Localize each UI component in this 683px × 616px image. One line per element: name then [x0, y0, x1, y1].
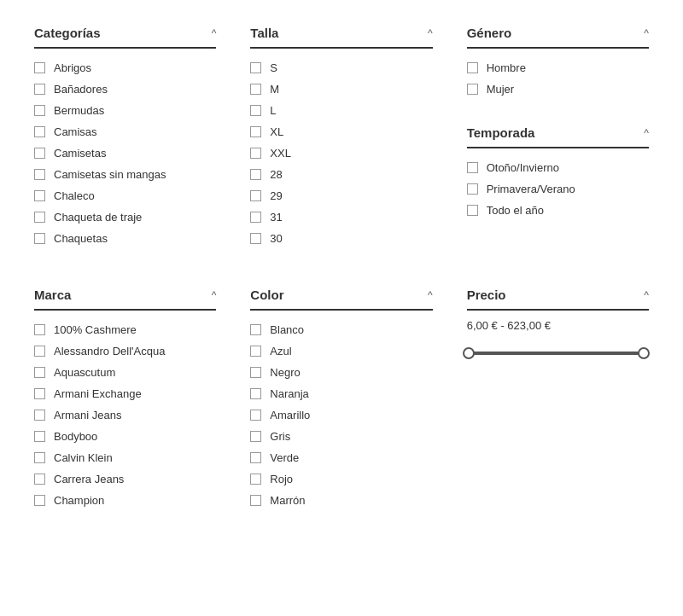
- checkbox-icon[interactable]: [34, 367, 45, 378]
- list-item[interactable]: Camisetas sin mangas: [34, 164, 216, 185]
- list-item[interactable]: Mujer: [467, 78, 649, 100]
- list-item[interactable]: Chaleco: [34, 185, 216, 206]
- checkbox-icon[interactable]: [34, 190, 45, 201]
- checkbox-icon[interactable]: [250, 148, 261, 159]
- checkbox-icon[interactable]: [250, 105, 261, 116]
- checkbox-icon[interactable]: [34, 474, 45, 485]
- checkbox-icon[interactable]: [34, 495, 45, 506]
- list-item[interactable]: Champion: [34, 490, 216, 507]
- checkbox-icon[interactable]: [250, 452, 261, 463]
- checkbox-icon[interactable]: [250, 212, 261, 223]
- checkbox-icon[interactable]: [34, 410, 45, 421]
- list-item[interactable]: Hombre: [467, 57, 649, 78]
- list-item[interactable]: Chaquetas: [34, 228, 216, 245]
- filter-temporada-header[interactable]: Temporada ^: [467, 125, 649, 148]
- checkbox-icon[interactable]: [250, 474, 261, 485]
- checkbox-icon[interactable]: [34, 388, 45, 399]
- checkbox-icon[interactable]: [250, 346, 261, 357]
- filter-marca-header[interactable]: Marca ^: [34, 288, 216, 311]
- filter-item-label: Calvin Klein: [54, 451, 113, 464]
- filter-precio-header[interactable]: Precio ^: [467, 288, 649, 311]
- list-item[interactable]: XXL: [250, 142, 432, 164]
- checkbox-icon[interactable]: [34, 212, 45, 223]
- checkbox-icon[interactable]: [34, 84, 45, 95]
- checkbox-icon[interactable]: [34, 169, 45, 180]
- slider-thumb-left[interactable]: [463, 347, 475, 359]
- checkbox-icon[interactable]: [250, 190, 261, 201]
- list-item[interactable]: XL: [250, 121, 432, 142]
- filter-item-label: 100% Cashmere: [54, 323, 137, 336]
- list-item[interactable]: Camisetas: [34, 142, 216, 164]
- checkbox-icon[interactable]: [250, 126, 261, 137]
- list-item[interactable]: Negro: [250, 362, 432, 383]
- checkbox-icon[interactable]: [467, 162, 478, 173]
- checkbox-icon[interactable]: [250, 169, 261, 180]
- list-item[interactable]: Rojo: [250, 468, 432, 490]
- list-item[interactable]: Todo el año: [467, 200, 649, 221]
- chevron-up-icon: ^: [212, 289, 217, 301]
- checkbox-icon[interactable]: [34, 346, 45, 357]
- checkbox-icon[interactable]: [34, 452, 45, 463]
- list-item[interactable]: Bodyboo: [34, 426, 216, 447]
- list-item[interactable]: Marrón: [250, 490, 432, 507]
- checkbox-icon[interactable]: [250, 495, 261, 506]
- list-item[interactable]: Abrigos: [34, 57, 216, 78]
- checkbox-icon[interactable]: [34, 126, 45, 137]
- chevron-up-icon: ^: [644, 289, 649, 301]
- list-item[interactable]: 100% Cashmere: [34, 319, 216, 340]
- list-item[interactable]: Verde: [250, 447, 432, 468]
- chevron-up-icon: ^: [644, 127, 649, 139]
- checkbox-icon[interactable]: [250, 367, 261, 378]
- list-item[interactable]: Bañadores: [34, 78, 216, 100]
- list-item[interactable]: 28: [250, 164, 432, 185]
- checkbox-icon[interactable]: [34, 105, 45, 116]
- checkbox-icon[interactable]: [34, 431, 45, 442]
- checkbox-icon[interactable]: [250, 431, 261, 442]
- filter-talla-header[interactable]: Talla ^: [250, 26, 432, 49]
- list-item[interactable]: Blanco: [250, 319, 432, 340]
- list-item[interactable]: Gris: [250, 426, 432, 447]
- list-item[interactable]: 31: [250, 206, 432, 228]
- list-item[interactable]: Amarillo: [250, 404, 432, 426]
- filter-categorias-header[interactable]: Categorías ^: [34, 26, 216, 49]
- list-item[interactable]: Primavera/Verano: [467, 178, 649, 200]
- checkbox-icon[interactable]: [467, 84, 478, 95]
- checkbox-icon[interactable]: [250, 388, 261, 399]
- checkbox-icon[interactable]: [250, 324, 261, 335]
- list-item[interactable]: Armani Jeans: [34, 404, 216, 426]
- list-item[interactable]: Chaqueta de traje: [34, 206, 216, 228]
- list-item[interactable]: Armani Exchange: [34, 383, 216, 404]
- checkbox-icon[interactable]: [467, 62, 478, 73]
- checkbox-icon[interactable]: [250, 62, 261, 73]
- filter-genero-header[interactable]: Género ^: [467, 26, 649, 49]
- filter-item-label: Mujer: [487, 83, 515, 96]
- slider-thumb-right[interactable]: [638, 347, 650, 359]
- list-item[interactable]: Bermudas: [34, 100, 216, 121]
- filter-item-label: Primavera/Verano: [487, 183, 575, 195]
- filter-item-label: Camisas: [54, 125, 97, 138]
- checkbox-icon[interactable]: [467, 183, 478, 195]
- checkbox-icon[interactable]: [250, 410, 261, 421]
- list-item[interactable]: 29: [250, 185, 432, 206]
- list-item[interactable]: Azul: [250, 340, 432, 362]
- list-item[interactable]: Alessandro Dell'Acqua: [34, 340, 216, 362]
- price-slider[interactable]: [467, 345, 649, 362]
- list-item[interactable]: Carrera Jeans: [34, 468, 216, 490]
- list-item[interactable]: Otoño/Invierno: [467, 157, 649, 178]
- checkbox-icon[interactable]: [250, 84, 261, 95]
- list-item[interactable]: L: [250, 100, 432, 121]
- list-item[interactable]: Calvin Klein: [34, 447, 216, 468]
- checkbox-icon[interactable]: [34, 233, 45, 244]
- list-item[interactable]: S: [250, 57, 432, 78]
- checkbox-icon[interactable]: [250, 233, 261, 244]
- checkbox-icon[interactable]: [34, 324, 45, 335]
- checkbox-icon[interactable]: [34, 62, 45, 73]
- list-item[interactable]: M: [250, 78, 432, 100]
- list-item[interactable]: 30: [250, 228, 432, 245]
- list-item[interactable]: Aquascutum: [34, 362, 216, 383]
- checkbox-icon[interactable]: [467, 205, 478, 216]
- checkbox-icon[interactable]: [34, 148, 45, 159]
- list-item[interactable]: Camisas: [34, 121, 216, 142]
- filter-color-header[interactable]: Color ^: [250, 288, 432, 311]
- list-item[interactable]: Naranja: [250, 383, 432, 404]
